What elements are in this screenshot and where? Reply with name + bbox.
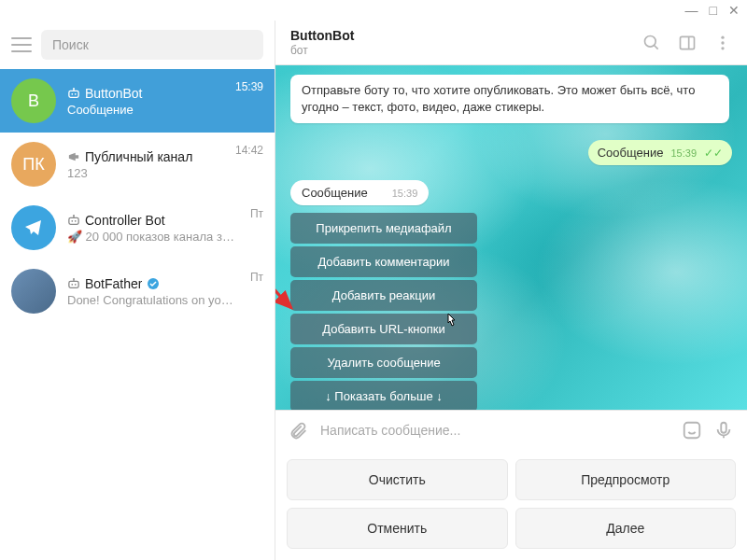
kb-add-url-buttons[interactable]: Добавить URL-кнопки [290,314,477,344]
sidebar: Поиск В ButtonBot Сообщение 15:39 ПК [0,21,275,560]
menu-icon[interactable] [11,37,32,52]
sidepanel-icon[interactable] [678,34,697,52]
btn-cancel[interactable]: Отменить [287,508,508,549]
chat-header-title: ButtonBot [290,28,642,43]
btn-next[interactable]: Далее [515,508,737,549]
avatar: ПК [11,142,56,187]
bot-icon [67,88,80,99]
bot-icon [67,215,80,226]
chat-subtitle: 123 [67,166,224,180]
message-time: 15:39 [670,147,697,159]
search-icon[interactable] [642,34,661,52]
svg-point-6 [71,220,73,222]
svg-rect-0 [69,91,78,97]
svg-rect-18 [681,36,695,49]
svg-point-20 [721,35,724,38]
read-checks-icon: ✓✓ [704,147,723,160]
megaphone-icon [67,151,80,162]
window-titlebar: — □ ✕ [0,0,747,21]
inline-keyboard: Прикрепить медиафайл Добавить комментари… [290,213,477,410]
svg-point-21 [721,41,724,44]
attach-icon[interactable] [289,420,309,441]
kb-add-reactions[interactable]: Добавить реакции [290,280,477,311]
messages-area: Отправьте боту то, что хотите опубликова… [275,65,747,410]
reply-keyboard: Очистить Предпросмотр Отменить Далее [275,450,747,560]
chat-title: Controller Bot [85,213,165,228]
btn-preview[interactable]: Предпросмотр [515,459,737,500]
chat-title: BotFather [85,276,142,291]
btn-clear[interactable]: Очистить [287,459,508,500]
kb-attach-media[interactable]: Прикрепить медиафайл [290,213,477,244]
message-input-bar: Написать сообщение... [275,410,747,450]
message-text: Сообщение [598,146,664,160]
incoming-message[interactable]: Сообщение 15:39 [290,180,429,205]
verified-icon [147,277,160,290]
window-minimize[interactable]: — [685,3,698,18]
search-input[interactable]: Поиск [41,30,263,60]
voice-icon[interactable] [713,420,734,441]
window-close[interactable]: ✕ [728,3,740,18]
chat-header: ButtonBot бот [275,21,747,65]
svg-point-7 [75,220,77,222]
chat-item-buttonbot[interactable]: В ButtonBot Сообщение 15:39 [0,69,275,133]
chat-item-botfather[interactable]: BotFather Done! Congratulations on your … [0,259,275,323]
more-icon[interactable] [713,34,732,52]
outgoing-message[interactable]: Сообщение 15:39 ✓✓ [588,140,732,165]
chat-subtitle: 🚀 20 000 показов канала за 11... [67,230,239,244]
window-maximize[interactable]: □ [710,3,717,18]
svg-rect-10 [69,281,78,287]
chat-header-subtitle: бот [290,44,642,57]
kb-add-comments[interactable]: Добавить комментарии [290,246,477,277]
svg-rect-23 [684,423,700,439]
svg-point-4 [73,88,75,90]
kb-delete-message[interactable]: Удалить сообщение [290,347,477,378]
chat-time: 14:42 [235,144,263,157]
bot-icon [67,278,80,289]
chat-title: ButtonBot [85,86,143,101]
message-text: Сообщение [302,186,368,200]
svg-point-11 [71,284,73,286]
chat-panel: ButtonBot бот Отправьте боту то, что хот… [275,21,747,560]
chat-list: В ButtonBot Сообщение 15:39 ПК Публичный… [0,69,275,560]
avatar [11,205,56,250]
svg-point-16 [645,35,656,47]
chat-time: Пт [250,207,263,220]
kb-show-more[interactable]: ↓ Показать больше ↓ [290,381,477,410]
svg-line-17 [655,45,658,49]
avatar [11,269,56,314]
svg-point-1 [71,93,73,95]
svg-point-2 [75,93,77,95]
avatar: В [11,78,56,123]
chat-item-controllerbot[interactable]: Controller Bot 🚀 20 000 показов канала з… [0,196,275,259]
chat-subtitle: Сообщение [67,103,224,117]
chat-title: Публичный канал [85,149,192,164]
message-time: 15:39 [392,188,418,199]
chat-item-channel[interactable]: ПК Публичный канал 123 14:42 [0,133,275,196]
svg-rect-24 [721,423,726,433]
svg-point-22 [721,47,724,49]
chat-time: 15:39 [235,80,263,93]
svg-point-14 [73,278,75,280]
system-message: Отправьте боту то, что хотите опубликова… [290,75,729,123]
svg-point-12 [75,284,77,286]
message-input[interactable]: Написать сообщение... [320,423,670,438]
chat-subtitle: Done! Congratulations on your n... [67,293,239,307]
svg-rect-5 [69,217,78,224]
chat-time: Пт [250,271,263,284]
svg-point-9 [73,215,75,217]
emoji-icon[interactable] [682,420,702,441]
